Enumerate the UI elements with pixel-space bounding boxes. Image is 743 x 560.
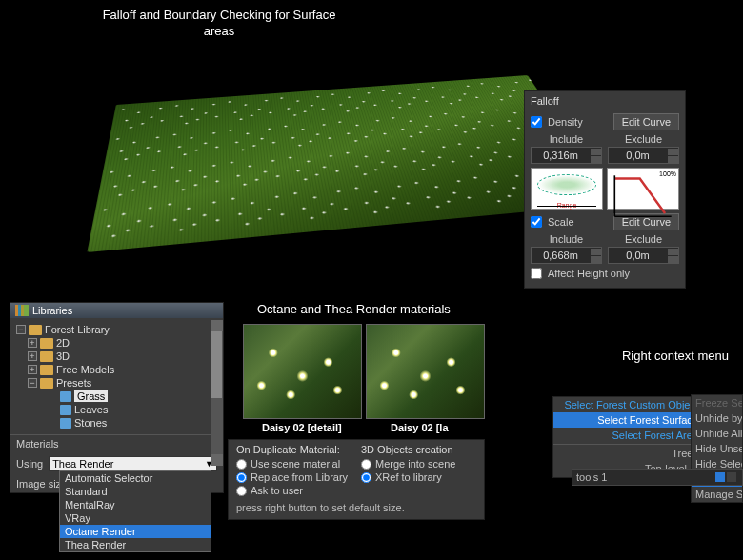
include-label: Include: [531, 133, 602, 145]
tree-leaf-grass[interactable]: Grass: [16, 390, 219, 403]
materials-header: Materials: [10, 434, 223, 452]
tree-leaf-leaves[interactable]: Leaves: [16, 403, 219, 416]
range-preview: Range: [531, 168, 603, 210]
option-thea[interactable]: Thea Render: [60, 538, 211, 551]
tools-bar[interactable]: tools 1: [572, 469, 743, 486]
option-vray[interactable]: VRay: [60, 511, 211, 525]
toolbar-indicator-dark[interactable]: [727, 472, 736, 482]
collapse-icon[interactable]: −: [16, 325, 26, 334]
renderer-dropdown[interactable]: Automatic Selector Standard MentalRay VR…: [59, 470, 211, 552]
expand-icon[interactable]: +: [28, 338, 37, 348]
material-thumb-1[interactable]: [366, 324, 485, 419]
context-menu-main[interactable]: Select Forest Custom Object Select Fores…: [552, 396, 705, 478]
density-checkbox[interactable]: [531, 116, 542, 128]
materials-title: Octane and Thea Render materials: [257, 302, 451, 316]
falloff-header: Falloff: [531, 95, 679, 107]
obj-opt-0[interactable]: Merge into scene: [361, 458, 476, 470]
ctx-select-area[interactable]: Select Forest Area: [553, 428, 704, 443]
density-label: Density: [548, 116, 583, 128]
toolbar-indicator-blue[interactable]: [715, 472, 725, 482]
scroll-down-button[interactable]: [211, 454, 223, 466]
edit-curve-density-button[interactable]: Edit Curve: [613, 113, 679, 130]
exclude-label-2: Exclude: [608, 233, 679, 245]
expand-icon[interactable]: +: [28, 365, 37, 374]
option-standard[interactable]: Standard: [60, 485, 211, 498]
ctx-sub-manage[interactable]: Manage Sta: [692, 487, 742, 502]
objects-header: 3D Objects creation: [361, 444, 476, 455]
option-auto[interactable]: Automatic Selector: [60, 471, 211, 485]
library-tree[interactable]: −Forest Library +2D +3D +Free Models −Pr…: [10, 318, 223, 434]
tree-node-3d[interactable]: +3D: [16, 350, 219, 363]
scale-label: Scale: [548, 216, 574, 228]
scroll-thumb[interactable]: [211, 331, 222, 398]
ctx-sub-unhide-all[interactable]: Unhide All: [692, 426, 742, 441]
ctx-sub-freeze: Freeze Se: [692, 395, 742, 410]
folder-icon: [40, 351, 53, 362]
affect-height-label: Affect Height only: [548, 268, 630, 279]
material-label-1: Daisy 02 [la: [391, 422, 449, 433]
folder-icon: [40, 365, 53, 375]
include-label-2: Include: [531, 233, 602, 245]
dup-opt-1[interactable]: Replace from Library: [236, 471, 351, 483]
folder-icon: [40, 378, 53, 389]
context-title: Right context menu: [622, 349, 729, 363]
expand-icon[interactable]: +: [28, 351, 37, 361]
tree-node-presets[interactable]: −Presets: [16, 376, 219, 390]
context-menu-sub[interactable]: Freeze Se Unhide by N Unhide All Hide Un…: [691, 394, 743, 503]
page-heading: Falloff and Boundary Checking for Surfac…: [86, 8, 352, 40]
option-mentalray[interactable]: MentalRay: [60, 498, 211, 511]
obj-opt-1[interactable]: XRef to library: [361, 471, 476, 483]
tree-scrollbar[interactable]: [211, 320, 223, 466]
exclude-label: Exclude: [608, 133, 679, 145]
scale-include-spinner[interactable]: 0,668m: [531, 247, 602, 264]
collapse-icon[interactable]: −: [28, 378, 37, 388]
dup-opt-2[interactable]: Ask to user: [236, 485, 351, 496]
tree-leaf-stones[interactable]: Stones: [16, 416, 219, 430]
affect-height-checkbox[interactable]: [531, 268, 542, 279]
folder-icon: [40, 338, 53, 349]
tree-node-free-models[interactable]: +Free Models: [16, 363, 219, 376]
curve-preview: [607, 168, 679, 210]
file-icon: [60, 405, 71, 415]
ctx-trees[interactable]: Trees: [553, 446, 704, 461]
option-octane[interactable]: Octane Render: [60, 525, 211, 538]
scroll-up-button[interactable]: [211, 320, 223, 331]
scale-checkbox[interactable]: [531, 216, 542, 228]
density-include-spinner[interactable]: 0,316m: [531, 147, 602, 164]
scale-exclude-spinner[interactable]: 0,0m: [608, 247, 679, 264]
density-exclude-spinner[interactable]: 0,0m: [608, 147, 679, 164]
duplicate-header: On Duplicate Material:: [236, 444, 351, 455]
file-icon: [60, 418, 71, 429]
dup-opt-0[interactable]: Use scene material: [236, 458, 351, 470]
options-note: press right button to set default size.: [236, 502, 476, 513]
tree-node-2d[interactable]: +2D: [16, 336, 219, 350]
material-thumb-0[interactable]: [243, 324, 362, 419]
renderer-combobox[interactable]: Thea Render▼: [49, 456, 217, 471]
folder-icon: [29, 325, 42, 335]
falloff-panel: Falloff Density Edit Curve Include Exclu…: [524, 90, 686, 289]
ctx-select-custom[interactable]: Select Forest Custom Object: [553, 397, 704, 412]
options-panel: On Duplicate Material: Use scene materia…: [228, 439, 485, 520]
ctx-select-surface[interactable]: Select Forest Surface: [553, 412, 704, 428]
library-icon: [15, 305, 29, 316]
ctx-sub-hide-unsel[interactable]: Hide Unsele: [692, 441, 742, 456]
ctx-sub-unhide-name[interactable]: Unhide by N: [692, 410, 742, 426]
material-label-0: Daisy 02 [detail]: [262, 422, 342, 433]
using-label: Using: [16, 458, 43, 470]
libraries-panel: Libraries −Forest Library +2D +3D +Free …: [10, 302, 224, 493]
libraries-titlebar: Libraries: [10, 303, 223, 318]
file-icon: [60, 391, 71, 402]
